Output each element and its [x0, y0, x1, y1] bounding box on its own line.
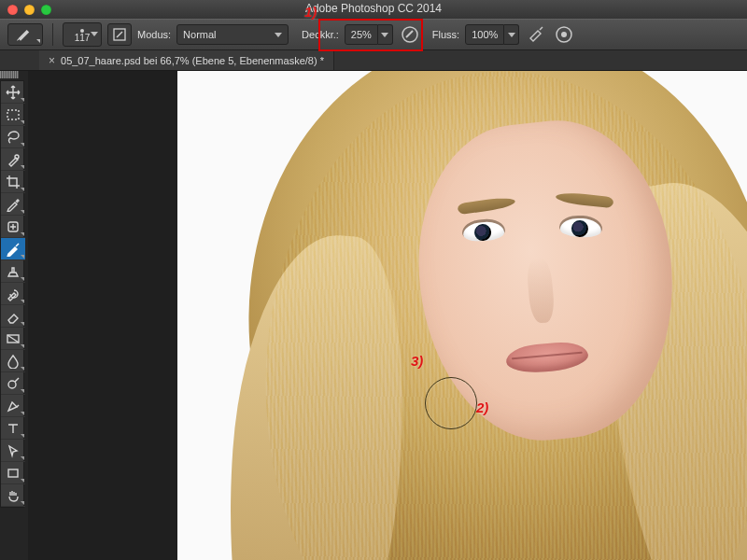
chevron-down-icon [275, 33, 282, 37]
blur-tool[interactable] [1, 350, 25, 372]
eyedropper-tool[interactable] [1, 193, 25, 216]
healing-brush-tool[interactable] [1, 216, 25, 238]
opacity-field[interactable]: 25% [345, 24, 393, 45]
svg-point-3 [561, 32, 567, 37]
chevron-down-icon [91, 32, 98, 36]
airbrush-toggle[interactable] [525, 23, 547, 46]
brush-size-value: 117 [75, 34, 91, 43]
opacity-dropdown[interactable] [378, 24, 393, 45]
document-canvas[interactable]: 2) 3) [177, 71, 747, 560]
tablet-pressure-icon [401, 25, 419, 44]
brush-panel-toggle[interactable] [107, 23, 132, 46]
move-tool[interactable] [1, 81, 25, 104]
close-tab-icon[interactable]: × [49, 55, 55, 66]
svg-rect-4 [7, 110, 19, 119]
panel-grip[interactable] [0, 71, 19, 78]
chevron-down-icon [508, 33, 515, 37]
document-tab-title: 05_07_haare.psd bei 66,7% (Ebene 5, Eben… [61, 55, 324, 66]
canvas-area: 2) 3) [28, 71, 747, 560]
flow-value: 100% [472, 29, 498, 40]
blend-mode-value: Normal [183, 29, 216, 40]
pen-tool[interactable] [1, 395, 25, 417]
gradient-tool[interactable] [1, 328, 25, 350]
opacity-value: 25% [351, 29, 372, 40]
tablet-size-icon [555, 25, 573, 44]
svg-point-5 [15, 155, 19, 159]
workspace: 2) 3) [0, 71, 747, 560]
window-titlebar: Adobe Photoshop CC 2014 [0, 0, 747, 19]
history-brush-tool[interactable] [1, 283, 25, 305]
divider [52, 23, 53, 46]
flow-label: Fluss: [432, 29, 459, 40]
pressure-opacity-toggle[interactable] [399, 23, 421, 46]
chevron-down-icon [381, 33, 388, 37]
opacity-label: Deckkr.: [302, 29, 339, 40]
brush-tool[interactable] [1, 238, 25, 260]
pressure-size-toggle[interactable] [553, 23, 575, 46]
path-selection-tool[interactable] [1, 440, 25, 462]
options-bar: 117 Modus: Normal Deckkr.: 25% Fluss: 10… [0, 19, 747, 50]
svg-point-8 [8, 381, 16, 388]
brush-preset-picker[interactable]: 117 [63, 22, 102, 47]
flow-field[interactable]: 100% [465, 24, 519, 45]
document-tab[interactable]: × 05_07_haare.psd bei 66,7% (Ebene 5, Eb… [39, 50, 334, 70]
clone-stamp-tool[interactable] [1, 260, 25, 283]
eraser-tool[interactable] [1, 305, 25, 328]
type-tool[interactable] [1, 417, 25, 440]
dodge-tool[interactable] [1, 372, 25, 395]
blend-mode-label: Modus: [137, 29, 171, 40]
brush-cursor-ring [425, 377, 477, 429]
brush-icon [16, 27, 35, 42]
document-tab-bar: × 05_07_haare.psd bei 66,7% (Ebene 5, Eb… [0, 50, 747, 71]
app-title: Adobe Photoshop CC 2014 [0, 2, 747, 15]
blend-mode-dropdown[interactable]: Normal [176, 24, 289, 45]
rectangle-tool[interactable] [1, 462, 25, 484]
flow-dropdown[interactable] [504, 24, 519, 45]
rectangular-marquee-tool[interactable] [1, 104, 25, 126]
quick-selection-tool[interactable] [1, 148, 25, 171]
toolbox [0, 80, 24, 508]
airbrush-icon [527, 25, 545, 44]
brush-panel-icon [112, 27, 127, 42]
hand-tool[interactable] [1, 484, 25, 507]
tool-preset-picker[interactable] [7, 23, 43, 46]
crop-tool[interactable] [1, 171, 25, 193]
lasso-tool[interactable] [1, 126, 25, 148]
svg-rect-9 [8, 469, 18, 477]
